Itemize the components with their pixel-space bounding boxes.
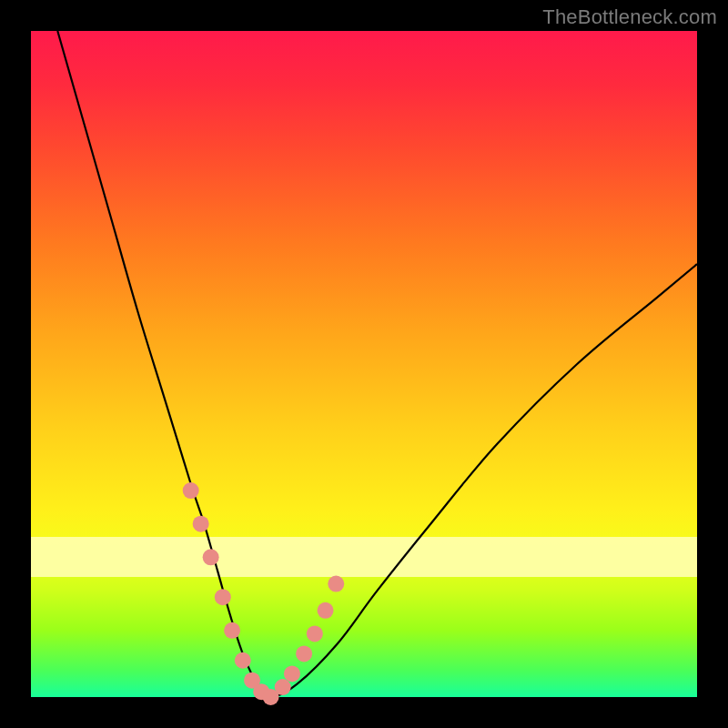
watermark-text: TheBottleneck.com <box>542 5 717 29</box>
marker-dot <box>193 516 209 532</box>
marker-dot <box>318 602 334 619</box>
marker-dot <box>296 645 312 662</box>
marker-dot <box>235 652 251 669</box>
bottleneck-curve <box>57 31 697 697</box>
marker-dot <box>328 576 344 592</box>
plot-area <box>31 31 697 697</box>
marker-dot <box>307 625 323 642</box>
marker-dot <box>284 665 300 682</box>
marker-dot <box>224 622 240 639</box>
marker-dots <box>183 482 345 705</box>
chart-frame: TheBottleneck.com <box>0 0 728 728</box>
marker-dot <box>275 679 291 695</box>
marker-dot <box>215 589 231 605</box>
chart-svg <box>31 31 697 697</box>
marker-dot <box>203 549 219 565</box>
marker-dot <box>183 482 199 499</box>
